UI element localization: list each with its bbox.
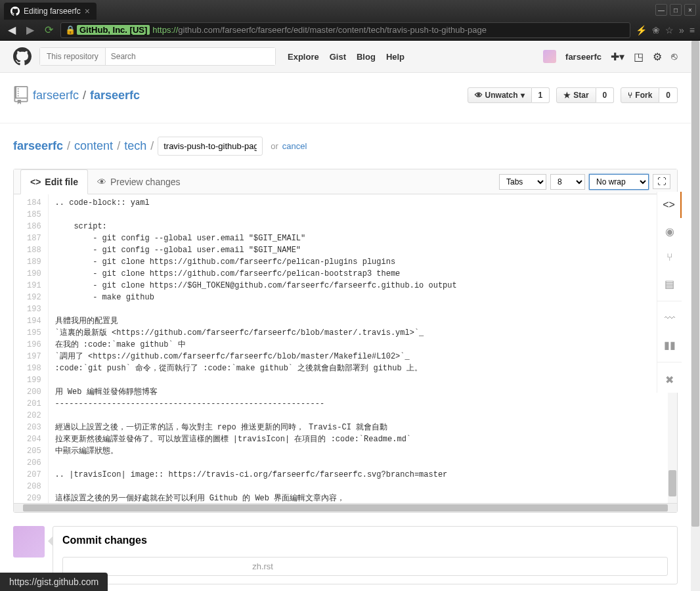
address-bar[interactable]: 🔒 GitHub, Inc. [US] https://github.com/f… (60, 22, 630, 38)
fork-count[interactable]: 0 (659, 87, 678, 103)
sidebar-code-icon[interactable]: <> (657, 192, 682, 218)
notifications-icon[interactable]: ◳ (634, 51, 644, 63)
editor-hscroll-thumb[interactable] (23, 504, 668, 512)
commit-heading: Commit changes (62, 535, 668, 546)
flash-icon[interactable]: ⚡ (636, 25, 647, 35)
refresh-button[interactable]: ⟳ (42, 24, 55, 36)
repo-actions: 👁Unwatch ▾ 1 ★Star 0 ⑂Fork 0 (468, 87, 678, 103)
cancel-link[interactable]: cancel (282, 141, 307, 151)
user-menu: farseerfc ✚▾ ◳ ⚙ ⎋ (543, 50, 678, 63)
page-scrollbar-thumb[interactable] (691, 41, 699, 527)
fork-icon: ⑂ (628, 91, 632, 100)
github-favicon (11, 7, 20, 16)
nav-help[interactable]: Help (386, 52, 405, 62)
status-bar: https://gist.github.com (0, 573, 108, 591)
avatar[interactable] (543, 50, 556, 63)
breadcrumb-content[interactable]: content (74, 139, 113, 153)
watch-count[interactable]: 1 (532, 87, 550, 103)
sidebar-settings-icon[interactable]: ✖ (657, 366, 682, 393)
settings-icon[interactable]: ⚙ (653, 51, 662, 63)
code-lines[interactable]: .. code-block:: yaml script: - git confi… (49, 194, 677, 503)
forward-button[interactable]: ▶ (24, 24, 37, 36)
sidebar-issues-icon[interactable]: ◉ (657, 218, 682, 244)
search-scope[interactable]: This repository (40, 48, 106, 65)
page-scrollbar[interactable] (691, 41, 700, 591)
repo-owner-link[interactable]: farseerfc (33, 89, 79, 102)
commit-summary-input[interactable] (62, 557, 668, 576)
editor-vscroll-thumb[interactable] (668, 470, 676, 496)
close-window-button[interactable]: × (684, 4, 696, 16)
editor-container: <> Edit file 👁 Preview changes Tabs 8 No… (13, 169, 678, 513)
star-button[interactable]: ★Star (556, 87, 596, 103)
breadcrumb: farseerfc / content / tech / or cancel (0, 123, 691, 169)
bookmark-icon[interactable]: ☆ (665, 25, 674, 35)
primary-nav: Explore Gist Blog Help (288, 52, 405, 62)
unwatch-button[interactable]: 👁Unwatch ▾ (468, 87, 532, 103)
close-tab-icon[interactable]: × (85, 6, 90, 16)
commit-form: Commit changes (53, 526, 678, 584)
editor-controls: Tabs 8 No wrap ⛶ (499, 174, 670, 190)
browser-toolbar: ◀ ▶ ⟳ 🔒 GitHub, Inc. [US] https://github… (0, 20, 700, 41)
star-count[interactable]: 0 (596, 87, 615, 103)
sign-out-icon[interactable]: ⎋ (671, 51, 678, 62)
sidebar-pr-icon[interactable]: ⑂ (657, 244, 682, 271)
eye-icon: 👁 (475, 91, 483, 100)
nav-gist[interactable]: Gist (330, 52, 346, 62)
url-text: https://github.com/farseerfc/farseerfc/e… (152, 25, 487, 35)
browser-titlebar: Editing farseerfc × — □ × (0, 0, 700, 20)
sidebar-graphs-icon[interactable]: ▮▮ (657, 332, 682, 358)
minimize-button[interactable]: — (655, 4, 667, 16)
filename-input[interactable] (158, 137, 263, 156)
eye-icon: 👁 (97, 177, 106, 187)
commit-box: Commit changes (13, 526, 678, 584)
browser-tab-title: Editing farseerfc (24, 7, 81, 16)
indent-size-select[interactable]: 8 (550, 174, 585, 190)
lock-icon: 🔒 (65, 25, 76, 35)
right-sidebar: <> ◉ ⑂ ▤ 〰 ▮▮ ✖ (657, 192, 682, 393)
line-gutter: 1841851861871881891901911921931941951961… (14, 194, 49, 503)
fullscreen-button[interactable]: ⛶ (653, 174, 670, 189)
indent-mode-select[interactable]: Tabs (499, 174, 546, 190)
repo-head: farseerfc / farseerfc 👁Unwatch ▾ 1 ★Star… (0, 73, 691, 123)
code-editor[interactable]: 1841851861871881891901911921931941951961… (14, 194, 677, 503)
repo-icon (13, 86, 29, 104)
tab-preview-changes[interactable]: 👁 Preview changes (88, 170, 190, 194)
sidebar-wiki-icon[interactable]: ▤ (657, 271, 682, 297)
wrap-mode-select[interactable]: No wrap (589, 174, 649, 190)
window-controls: — □ × (655, 4, 696, 16)
star-icon: ★ (563, 91, 571, 100)
ssl-indicator: 🔒 GitHub, Inc. [US] (65, 25, 150, 35)
separator: / (83, 89, 86, 102)
github-logo[interactable] (13, 47, 32, 66)
browser-tab[interactable]: Editing farseerfc × (4, 3, 97, 20)
fork-button[interactable]: ⑂Fork (621, 87, 659, 103)
search-input[interactable] (106, 48, 275, 65)
extension-icon[interactable]: ❀ (652, 25, 660, 35)
maximize-button[interactable]: □ (670, 4, 682, 16)
commit-avatar (13, 526, 45, 558)
nav-blog[interactable]: Blog (357, 52, 376, 62)
editor-tabs: <> Edit file 👁 Preview changes Tabs 8 No… (14, 169, 677, 194)
breadcrumb-tech[interactable]: tech (124, 139, 146, 153)
nav-explore[interactable]: Explore (288, 52, 319, 62)
menu-icon[interactable]: ≡ (689, 25, 695, 35)
github-header: This repository Explore Gist Blog Help f… (0, 41, 691, 73)
page-content: This repository Explore Gist Blog Help f… (0, 41, 691, 591)
tab-edit-file[interactable]: <> Edit file (20, 169, 88, 194)
ssl-org: GitHub, Inc. [US] (77, 25, 150, 35)
code-icon: <> (30, 177, 41, 187)
back-button[interactable]: ◀ (5, 24, 18, 36)
breadcrumb-root[interactable]: farseerfc (13, 139, 63, 153)
create-new-icon[interactable]: ✚▾ (611, 51, 624, 63)
editor-hscroll[interactable] (14, 503, 677, 512)
sidebar-pulse-icon[interactable]: 〰 (657, 305, 682, 332)
username[interactable]: farseerfc (565, 52, 602, 62)
search-wrap: This repository (39, 47, 276, 66)
repo-name-link[interactable]: farseerfc (90, 89, 140, 102)
or-text: or (271, 141, 278, 151)
repo-name: farseerfc / farseerfc (13, 86, 140, 104)
overflow-icon[interactable]: » (679, 25, 684, 35)
